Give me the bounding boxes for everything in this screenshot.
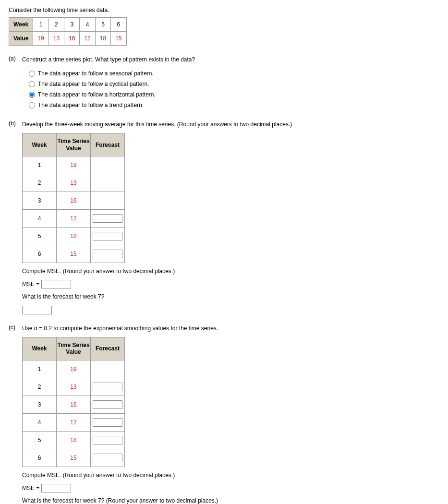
table-row: 412 (23, 413, 125, 431)
part-b-forecast-prompt: What is the forecast for week 7? (22, 292, 439, 301)
series-week: 1 (33, 18, 48, 32)
cell-value: 16 (57, 396, 91, 413)
part-a-option[interactable]: The data appear to follow a trend patter… (22, 100, 439, 110)
cell-value: 12 (57, 210, 91, 228)
part-c-prompt: Use α = 0.2 to compute the exponential s… (22, 324, 439, 333)
series-value: 12 (80, 32, 95, 46)
part-b-mse-prompt: Compute MSE. (Round your answer to two d… (22, 267, 439, 276)
table-row: 316 (23, 192, 125, 210)
cell-week: 5 (23, 431, 57, 449)
table-row: 119 (23, 156, 125, 174)
series-week: 5 (95, 18, 110, 32)
cell-week: 3 (23, 192, 57, 210)
forecast-input[interactable] (93, 383, 122, 391)
forecast-input[interactable] (93, 250, 122, 258)
mse-label: MSE = (22, 281, 39, 288)
table-row: 213 (23, 174, 125, 192)
forecast-input[interactable] (93, 232, 122, 240)
cell-week: 3 (23, 396, 57, 413)
cell-week: 6 (23, 449, 57, 467)
table-row: 615 (23, 449, 125, 467)
cell-value: 12 (57, 413, 91, 431)
intro-text: Consider the following time series data. (9, 7, 439, 13)
series-week: 2 (48, 18, 64, 32)
series-value: 18 (95, 32, 110, 46)
part-c-th-week: Week (23, 337, 57, 360)
table-row: 412 (23, 210, 125, 228)
part-b-table: Week Time SeriesValue Forecast 119 213 3… (22, 133, 125, 263)
part-a-option-text: The data appear to follow a cyclical pat… (38, 81, 149, 87)
part-c-mse-row: MSE = (22, 484, 439, 492)
cell-value: 19 (57, 156, 91, 174)
cell-forecast (91, 210, 125, 228)
cell-week: 1 (23, 156, 57, 174)
forecast-input[interactable] (93, 214, 122, 223)
part-a-radio[interactable] (29, 92, 35, 98)
cell-forecast (91, 360, 125, 378)
part-b-th-forecast: Forecast (91, 133, 125, 156)
cell-value: 13 (57, 174, 91, 192)
part-c-table: Week Time SeriesValue Forecast 119 213 3… (22, 337, 125, 467)
cell-value: 16 (57, 192, 91, 210)
part-c-mse-prompt: Compute MSE. (Round your answer to two d… (22, 471, 439, 480)
part-c-th-forecast: Forecast (91, 337, 125, 360)
cell-week: 2 (23, 174, 57, 192)
cell-forecast (91, 431, 125, 449)
part-a-option-text: The data appear to follow a seasonal pat… (38, 70, 154, 77)
mse-label: MSE = (22, 485, 39, 492)
week7-forecast-input[interactable] (22, 306, 52, 314)
cell-forecast (91, 378, 125, 396)
cell-value: 13 (57, 378, 91, 396)
part-a-radio[interactable] (29, 71, 35, 77)
cell-value: 18 (57, 228, 91, 245)
cell-value: 15 (57, 449, 91, 467)
series-value: 19 (33, 32, 48, 46)
table-row: 316 (23, 396, 125, 413)
part-c-th-ts: Time SeriesValue (57, 337, 91, 360)
forecast-input[interactable] (93, 454, 122, 462)
part-a-option-text: The data appear to follow a horizontal p… (38, 91, 156, 98)
part-b-th-ts: Time SeriesValue (57, 133, 91, 156)
part-b-mse-row: MSE = (22, 280, 439, 288)
cell-week: 4 (23, 413, 57, 431)
mse-input[interactable] (41, 280, 71, 288)
cell-week: 2 (23, 378, 57, 396)
cell-value: 19 (57, 360, 91, 378)
part-b-th-week: Week (23, 133, 57, 156)
forecast-input[interactable] (93, 418, 122, 427)
series-row1-label: Week (9, 18, 33, 32)
part-a-options: The data appear to follow a seasonal pat… (22, 68, 439, 110)
cell-forecast (91, 413, 125, 431)
series-row2-label: Value (9, 32, 33, 46)
part-a-radio[interactable] (29, 81, 35, 87)
series-week: 6 (111, 18, 126, 32)
series-value: 16 (64, 32, 80, 46)
cell-value: 15 (57, 245, 91, 263)
cell-forecast (91, 396, 125, 413)
cell-forecast (91, 449, 125, 467)
table-row: 615 (23, 245, 125, 263)
cell-forecast (91, 228, 125, 245)
part-a-option[interactable]: The data appear to follow a horizontal p… (22, 89, 439, 100)
cell-forecast (91, 174, 125, 192)
part-a-radio[interactable] (29, 102, 35, 108)
cell-value: 18 (57, 431, 91, 449)
forecast-input[interactable] (93, 400, 122, 409)
cell-week: 6 (23, 245, 57, 263)
series-table: Week 1 2 3 4 5 6 Value 19 13 16 12 18 15 (9, 17, 127, 46)
cell-forecast (91, 192, 125, 210)
cell-week: 1 (23, 360, 57, 378)
table-row: 119 (23, 360, 125, 378)
series-week: 4 (80, 18, 95, 32)
mse-input[interactable] (41, 484, 71, 492)
cell-week: 4 (23, 210, 57, 228)
table-row: 518 (23, 431, 125, 449)
part-a-option[interactable]: The data appear to follow a cyclical pat… (22, 79, 439, 89)
cell-forecast (91, 245, 125, 263)
part-a-option[interactable]: The data appear to follow a seasonal pat… (22, 68, 439, 79)
cell-forecast (91, 156, 125, 174)
forecast-input[interactable] (93, 436, 122, 444)
part-c-label: (c) (9, 324, 22, 504)
part-b-prompt: Develop the three-week moving average fo… (22, 120, 439, 129)
table-row: 213 (23, 378, 125, 396)
